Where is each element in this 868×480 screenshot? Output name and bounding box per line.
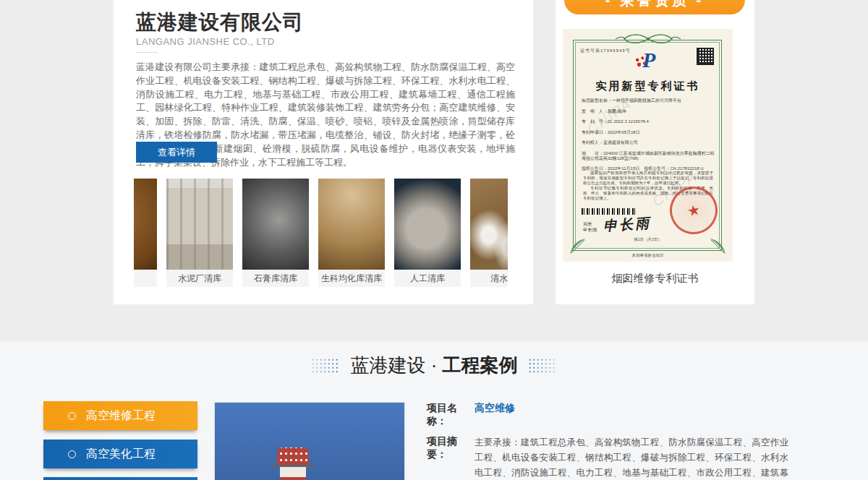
gallery-image: [166, 179, 233, 270]
gallery-item[interactable]: 水泥厂清库: [166, 179, 233, 287]
gallery-caption: 库: [134, 270, 157, 287]
project-info: 项目名称： 高空维修 项目摘要： 主要承接：建筑工程总承包、高耸构筑物工程、防水…: [427, 402, 788, 480]
tab-partial[interactable]: [43, 477, 197, 480]
company-intro-panel: 蓝港建设有限公司 LANGANG JIANSHE CO., LTD 蓝港建设有限…: [114, 0, 533, 304]
patent-certificate-image[interactable]: CNIPA CNIPA 证书号第17066549号 P 实用新型专利证书 实用新…: [563, 29, 733, 262]
gallery-track: 库 水泥厂清库 石膏库清库 生科均化库清库 人工清库 清水池: [134, 179, 508, 287]
dots-decoration-icon: [528, 358, 557, 374]
project-name-link[interactable]: 高空维修: [475, 402, 515, 428]
flourish-ornament-icon: [608, 33, 688, 45]
case-photo-chimney[interactable]: [214, 402, 405, 480]
certificate-signer: 局长 申长雨: [583, 221, 597, 233]
cases-title-bold: 工程案例: [443, 354, 518, 376]
barcode-icon: [582, 208, 635, 215]
project-summary-text: 主要承接：建筑工程总承包、高耸构筑物工程、防水防腐保温工程、高空作业工程、机电设…: [475, 435, 788, 480]
honor-panel: - 荣誉资质 - CNIPA CNIPA 证书号第17066549号 P 实用新…: [556, 0, 754, 304]
gallery-item[interactable]: 人工清库: [394, 179, 461, 287]
circle-icon: [68, 412, 76, 420]
project-summary-label: 项目摘要：: [427, 435, 475, 480]
certificate-number: 证书号第17066549号: [580, 48, 631, 54]
certificate-foot-note: 其他事项参见续页: [563, 253, 733, 258]
gallery-caption: 清水池: [470, 270, 508, 287]
company-title: 蓝港建设有限公司: [136, 9, 304, 36]
gallery-item[interactable]: 石膏库清库: [242, 179, 309, 287]
tab-label: 高空维修工程: [86, 408, 156, 424]
gallery-image: [470, 179, 508, 270]
dots-decoration-icon: [311, 358, 340, 374]
chimney-column: [280, 467, 306, 480]
gallery-image: [134, 179, 157, 270]
chimney-graphic: [277, 447, 309, 480]
gallery-image: [394, 179, 461, 270]
circle-icon: [68, 450, 76, 458]
director-signature: 申长雨: [603, 214, 652, 236]
gallery-carousel: 库 水泥厂清库 石膏库清库 生科均化库清库 人工清库 清水池: [134, 179, 508, 287]
page: { "company": { "name": "蓝港建设有限公司", "name…: [0, 0, 868, 480]
tab-high-altitude-repair[interactable]: 高空维修工程: [43, 401, 197, 430]
cases-section-title: 蓝港建设 · 工程案例: [350, 353, 517, 378]
gallery-image: [318, 179, 385, 270]
gallery-item[interactable]: 生科均化库清库: [318, 179, 385, 287]
chimney-cap: [277, 447, 309, 466]
gallery-caption: 石膏库清库: [242, 270, 309, 287]
cases-section: 蓝港建设 · 工程案例 高空维修工程 高空美化工程 项目名称： 高空维修 项目摘…: [0, 341, 868, 480]
cases-section-header: 蓝港建设 · 工程案例: [0, 353, 868, 378]
certificate-caption: 烟囱维修专利证书: [556, 272, 754, 286]
gallery-caption: 生科均化库清库: [318, 270, 385, 287]
gallery-caption: 水泥厂清库: [166, 270, 233, 287]
gallery-item[interactable]: 清水池: [470, 179, 508, 287]
certificate-title: 实用新型专利证书: [563, 80, 733, 93]
gallery-item[interactable]: 库: [134, 179, 157, 287]
honor-section-badge: - 荣誉资质 -: [564, 0, 745, 14]
divider: [136, 52, 158, 53]
cases-title-regular: 蓝港建设 ·: [350, 354, 437, 376]
company-subtitle: LANGANG JIANSHE CO., LTD: [136, 36, 275, 47]
project-summary-row: 项目摘要： 主要承接：建筑工程总承包、高耸构筑物工程、防水防腐保温工程、高空作业…: [427, 435, 788, 480]
tab-label: 高空美化工程: [86, 447, 156, 462]
tab-high-altitude-beautification[interactable]: 高空美化工程: [43, 440, 197, 468]
qr-code-icon: [697, 48, 714, 65]
certificate-page-note: 第1页（共2页）: [563, 237, 733, 242]
certificate-fields: 实用新型名称：一种用于烟囱爬模施工的可升降平台 发 明 人：颜鹏;顾坤 专 利 …: [582, 98, 715, 177]
gallery-caption: 人工清库: [394, 270, 461, 287]
view-details-button[interactable]: 查看详情: [136, 142, 217, 163]
cnipa-logo-icon: P: [635, 48, 661, 72]
project-name-label: 项目名称：: [427, 402, 475, 428]
gallery-image: [242, 179, 309, 270]
project-name-row: 项目名称： 高空维修: [427, 402, 788, 428]
